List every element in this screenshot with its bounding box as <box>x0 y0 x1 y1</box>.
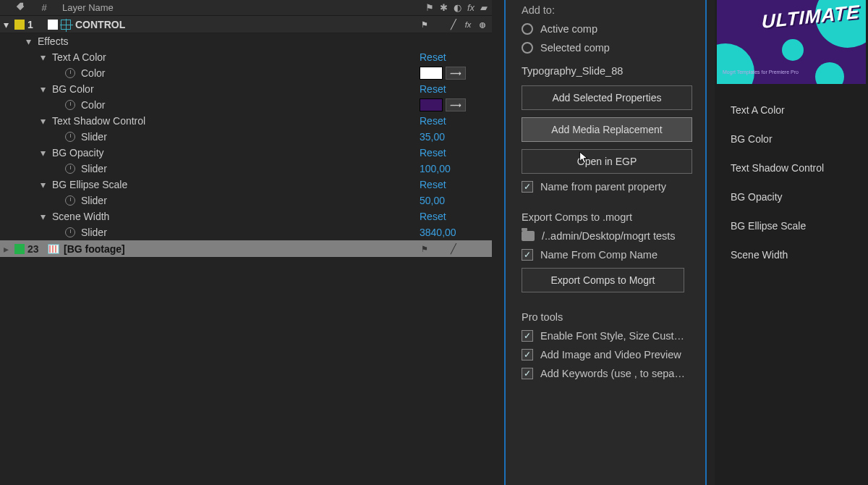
effect-name: Text A Color <box>52 51 420 63</box>
pro-tools-title: Pro tools <box>522 311 692 323</box>
chevron-down-icon[interactable]: ▾ <box>41 51 52 63</box>
prop-label: Color <box>81 99 420 111</box>
stopwatch-icon[interactable] <box>65 100 75 110</box>
effect-bg-ellipse[interactable]: ▾ BG Ellipse Scale Reset <box>0 177 492 193</box>
slider-value[interactable]: 3840,00 <box>420 227 477 238</box>
quality-switch[interactable]: ╱ <box>448 20 459 30</box>
eg-item-bg-opacity[interactable]: BG Opacity <box>715 182 868 211</box>
chevron-down-icon[interactable]: ▾ <box>41 211 52 222</box>
stopwatch-icon[interactable] <box>65 68 75 78</box>
color-swatch[interactable] <box>420 67 443 80</box>
preview-subtitle: Mogrt Templates for Premiere Pro <box>723 69 799 75</box>
collapse-switch[interactable]: ◍ <box>477 20 488 30</box>
col-number: # <box>33 2 55 13</box>
shy-icon[interactable]: ⚑ <box>425 2 434 13</box>
effect-text-a-color[interactable]: ▾ Text A Color Reset <box>0 49 492 65</box>
quality-switch[interactable]: ╱ <box>448 244 459 254</box>
chevron-right-icon[interactable]: ▸ <box>0 243 12 255</box>
layer-name[interactable]: [BG footage] <box>64 243 420 255</box>
radio-icon[interactable] <box>522 42 533 54</box>
check-image-preview[interactable]: Add Image and Video Preview <box>522 349 692 360</box>
layer-color-chip[interactable] <box>14 20 25 30</box>
eyedropper-icon[interactable]: ⟿ <box>446 67 466 80</box>
layer-name[interactable]: CONTROL <box>75 19 420 30</box>
effect-color-prop: Color ⟿ <box>0 97 492 113</box>
checkbox-icon[interactable] <box>522 181 533 193</box>
layer-row-control[interactable]: ▾ 1 CONTROL ⚑ ╱ fx ◍ <box>0 16 492 33</box>
prop-label: Slider <box>81 227 420 238</box>
essential-graphics-panel: ULTIMATE Mogrt Templates for Premiere Pr… <box>715 0 868 485</box>
eg-item-text-shadow[interactable]: Text Shadow Control <box>715 153 868 182</box>
shy-switch[interactable]: ⚑ <box>420 244 430 254</box>
radio-selected-comp[interactable]: Selected comp <box>522 42 692 54</box>
checkbox-label: Name From Comp Name <box>540 249 658 261</box>
radio-label: Selected comp <box>540 42 610 54</box>
effect-text-shadow[interactable]: ▾ Text Shadow Control Reset <box>0 113 492 129</box>
checkbox-icon[interactable] <box>522 249 533 261</box>
chevron-down-icon[interactable]: ▾ <box>41 147 52 159</box>
reset-link[interactable]: Reset <box>420 115 477 127</box>
check-name-from-parent[interactable]: Name from parent property <box>522 181 692 193</box>
effect-scene-width[interactable]: ▾ Scene Width Reset <box>0 208 492 224</box>
tag-icon[interactable] <box>7 1 33 14</box>
fx-icon[interactable]: ✱ <box>440 2 448 13</box>
collapse-switch[interactable] <box>477 244 488 254</box>
reset-link[interactable]: Reset <box>420 83 477 95</box>
radio-icon[interactable] <box>522 23 533 35</box>
stopwatch-icon[interactable] <box>65 227 75 237</box>
fx-header-icon[interactable]: fx <box>467 2 475 13</box>
reset-link[interactable]: Reset <box>420 51 477 63</box>
effects-group[interactable]: ▾ Effects <box>0 33 492 49</box>
effect-bg-color[interactable]: ▾ BG Color Reset <box>0 81 492 97</box>
slider-value[interactable]: 50,00 <box>420 195 477 206</box>
prop-label: Slider <box>81 131 420 143</box>
chevron-down-icon[interactable]: ▾ <box>0 19 12 30</box>
solo-switch[interactable] <box>434 244 444 254</box>
reset-link[interactable]: Reset <box>420 211 477 222</box>
fx-switch[interactable] <box>463 244 473 254</box>
check-font-style[interactable]: Enable Font Style, Size Cust… <box>522 330 692 342</box>
export-comps-button[interactable]: Export Comps to Mogrt <box>522 268 684 292</box>
check-keywords[interactable]: Add Keywords (use , to sepa… <box>522 368 692 379</box>
eg-item-scene-width[interactable]: Scene Width <box>715 240 868 269</box>
chevron-down-icon[interactable]: ▾ <box>41 115 52 127</box>
null-icon <box>61 20 71 30</box>
eyedropper-icon[interactable]: ⟿ <box>446 98 466 111</box>
color-swatch[interactable] <box>420 98 443 111</box>
layer-color-chip[interactable] <box>14 244 25 254</box>
effect-slider-prop: Slider 35,00 <box>0 129 492 145</box>
shy-switch[interactable]: ⚑ <box>420 20 430 30</box>
motion-blur-icon[interactable]: ▰ <box>480 2 488 13</box>
stopwatch-icon[interactable] <box>65 132 75 142</box>
checkbox-label: Enable Font Style, Size Cust… <box>540 330 684 342</box>
eg-item-bg-color[interactable]: BG Color <box>715 125 868 153</box>
add-selected-properties-button[interactable]: Add Selected Properties <box>522 85 692 110</box>
quality-icon[interactable]: ◐ <box>454 2 461 13</box>
check-name-from-comp[interactable]: Name From Comp Name <box>522 249 692 261</box>
radio-active-comp[interactable]: Active comp <box>522 23 692 35</box>
slider-value[interactable]: 100,00 <box>420 163 477 174</box>
chevron-down-icon[interactable]: ▾ <box>41 83 52 95</box>
eg-item-bg-ellipse[interactable]: BG Ellipse Scale <box>715 211 868 240</box>
effect-bg-opacity[interactable]: ▾ BG Opacity Reset <box>0 145 492 161</box>
eg-item-text-a-color[interactable]: Text A Color <box>715 96 868 125</box>
chevron-down-icon[interactable]: ▾ <box>41 179 52 190</box>
open-in-egp-button[interactable]: Open in EGP <box>522 149 692 174</box>
checkbox-icon[interactable] <box>522 368 533 379</box>
chevron-down-icon[interactable]: ▾ <box>26 35 38 47</box>
checkbox-icon[interactable] <box>522 349 533 360</box>
reset-link[interactable]: Reset <box>420 179 477 190</box>
export-folder-row[interactable]: /..admin/Desktop/mogrt tests <box>522 230 692 242</box>
fx-switch[interactable]: fx <box>463 20 473 30</box>
add-media-replacement-button[interactable]: Add Media Replacement <box>522 117 692 142</box>
slider-value[interactable]: 35,00 <box>420 131 477 143</box>
stopwatch-icon[interactable] <box>65 195 75 206</box>
checkbox-icon[interactable] <box>522 330 533 342</box>
stopwatch-icon[interactable] <box>65 164 75 174</box>
layer-row-bg-footage[interactable]: ▸ 23 [BG footage] ⚑ ╱ <box>0 240 492 258</box>
solo-switch[interactable] <box>434 20 444 30</box>
reset-link[interactable]: Reset <box>420 147 477 159</box>
effect-name: BG Ellipse Scale <box>52 179 420 190</box>
folder-icon[interactable] <box>522 231 535 241</box>
effect-slider-prop: Slider 3840,00 <box>0 224 492 240</box>
